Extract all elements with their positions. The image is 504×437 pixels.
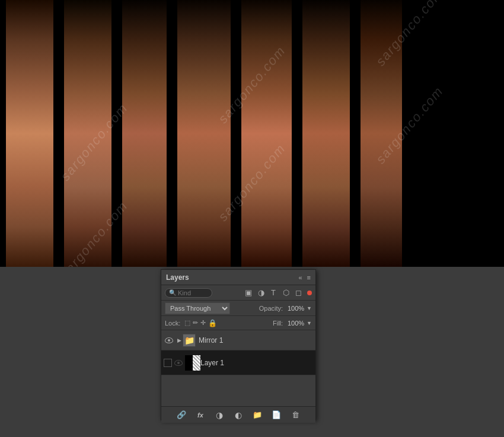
eye-icon [165,337,173,343]
search-icon: 🔍 [169,289,176,296]
lock-label: Lock: [165,320,180,327]
opacity-value[interactable]: 100% [285,305,304,312]
lock-position-icon[interactable]: ✛ [200,319,206,327]
blend-mode-select[interactable]: Pass Through Normal Multiply Screen Over… [165,302,230,314]
fill-label: Fill: [273,320,283,327]
pixel-filter-icon[interactable]: ▣ [244,288,253,297]
layer-group-thumbnail: 📁 [183,334,196,347]
blend-mode-row: Pass Through Normal Multiply Screen Over… [161,301,315,316]
panel-menu-icon[interactable]: ≡ [307,274,311,281]
filter-active-dot [307,291,312,295]
layer-item[interactable]: Layer 1 [161,350,315,375]
collapse-icon[interactable]: « [298,274,302,281]
canvas-area: sargonco.com sargonco.com sargonco.com s… [0,0,504,267]
opacity-label: Opacity: [259,305,283,312]
link-layers-button[interactable]: 🔗 [176,409,187,421]
panel-header: Layers « ≡ [161,270,315,285]
filter-icon-group: ▣ ◑ T ⬡ ◻ [244,288,312,297]
fill-arrow-icon: ▼ [307,320,312,326]
new-layer-button[interactable]: 📄 [270,409,282,421]
new-group-button[interactable]: 📁 [251,409,263,421]
layer-name: Mirror 1 [199,336,313,345]
layer-item[interactable]: ▶ 📁 Mirror 1 [161,330,315,350]
layer-visibility-checkbox[interactable] [164,359,172,367]
opacity-group: Opacity: 100% ▼ [259,305,312,312]
layers-list[interactable]: ▶ 📁 Mirror 1 Layer 1 [161,330,315,400]
layer-thumbnail [185,355,200,371]
layer-name: Layer 1 [200,359,313,367]
opacity-arrow-icon: ▼ [307,305,312,311]
layers-panel: Layers « ≡ 🔍 ▣ ◑ T ⬡ ◻ Pass Through Norm… [161,269,316,420]
lock-row: Lock: ⬚ ✏ ✛ 🔒 Fill: 100% ▼ [161,316,315,330]
layer-visibility-toggle[interactable] [164,335,174,346]
lock-transparent-icon[interactable]: ⬚ [184,319,190,327]
layer-visibility-toggle[interactable] [173,358,184,368]
panel-spacer [161,400,315,406]
layer-effects-button[interactable]: fx [194,409,206,421]
adjustment-layer-button[interactable]: ◐ [232,409,244,421]
adjust-filter-icon[interactable]: ◑ [256,288,266,297]
fill-group: Fill: 100% ▼ [273,320,312,327]
delete-layer-button[interactable]: 🗑 [289,409,301,421]
panel-toolbar: 🔗 fx ◑ ◐ 📁 📄 🗑 [161,406,315,423]
lock-pixels-icon[interactable]: ✏ [193,319,198,327]
panel-title: Layers [166,273,189,282]
lock-icons-group: ⬚ ✏ ✛ 🔒 [184,319,217,327]
layer-expand-toggle[interactable]: ▶ [176,337,183,343]
text-filter-icon[interactable]: T [269,288,278,297]
shape-filter-icon[interactable]: ⬡ [281,288,291,297]
filter-row: 🔍 ▣ ◑ T ⬡ ◻ [161,285,315,301]
lock-all-icon[interactable]: 🔒 [208,319,217,327]
eye-icon [174,360,183,366]
add-mask-button[interactable]: ◑ [213,409,225,421]
smart-filter-icon[interactable]: ◻ [294,288,303,297]
fill-value[interactable]: 100% [285,320,304,327]
kind-filter-input[interactable] [178,289,208,296]
panel-header-icons: « ≡ [298,274,311,281]
filter-search: 🔍 [165,288,212,298]
